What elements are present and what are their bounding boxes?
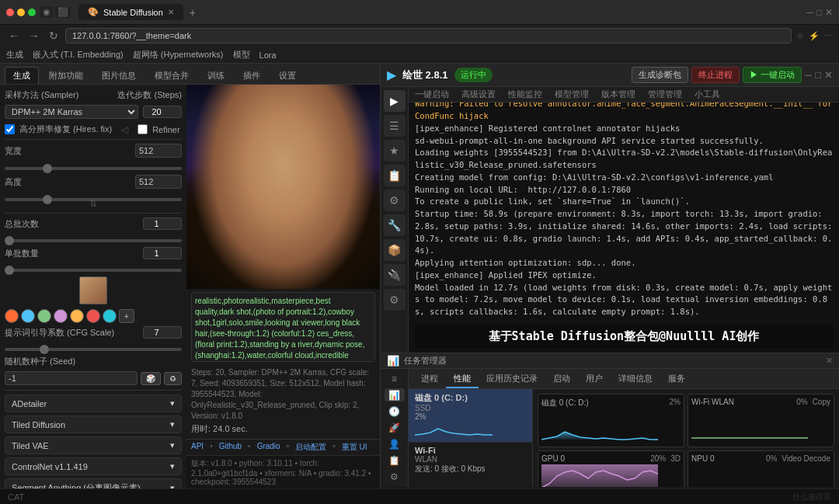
tm-tab-users[interactable]: 用户 xyxy=(578,370,611,388)
nav-advconfig[interactable]: 高级设置 xyxy=(461,89,496,100)
sidebar-icon-menu[interactable]: ☰ xyxy=(384,115,406,137)
sampler-select[interactable]: DPM++ 2M Karras xyxy=(5,105,138,119)
launcher-close-icon[interactable]: ✕ xyxy=(824,69,833,81)
diagnose-button[interactable]: 生成诊断包 xyxy=(632,67,688,83)
browser-menu-icon[interactable]: ⋯ xyxy=(824,31,833,41)
segment-header[interactable]: Segment Anything (分离图像元素) ▾ xyxy=(5,479,181,488)
tab-close-icon[interactable]: ✕ xyxy=(168,8,174,16)
color-dot-yellow[interactable] xyxy=(70,309,84,323)
tm-icon-7[interactable]: ⚙ xyxy=(385,471,405,484)
system-icon-1[interactable]: ◉ xyxy=(40,6,53,18)
system-icon-2[interactable]: ⬛ xyxy=(55,6,71,18)
batch-count-slider[interactable] xyxy=(5,239,182,242)
sidebar-icon-plugins[interactable]: 🔌 xyxy=(384,264,406,286)
menu-models[interactable]: 模型 xyxy=(233,49,250,61)
window-minimize-icon[interactable]: ─ xyxy=(806,7,813,18)
refresh-button[interactable]: ↻ xyxy=(47,30,61,42)
address-bar-input[interactable] xyxy=(65,28,792,43)
controlnet-header[interactable]: ControlNet v1.1.419 ▾ xyxy=(5,458,181,474)
nav-tools-2[interactable]: 小工具 xyxy=(695,89,720,100)
tm-tab-history[interactable]: 应用历史记录 xyxy=(479,370,545,388)
menu-lora[interactable]: Lora xyxy=(259,50,277,60)
tab-train[interactable]: 训练 xyxy=(199,67,233,84)
seed-random-button[interactable]: 🎲 xyxy=(141,372,161,385)
menu-embedding[interactable]: 嵌入式 (T.I. Embedding) xyxy=(33,49,124,61)
start-button[interactable]: ▶ 一键启动 xyxy=(743,67,802,83)
maximize-window-button[interactable] xyxy=(28,9,36,16)
cfg-input[interactable] xyxy=(143,326,182,339)
tm-tab-processes[interactable]: 进程 xyxy=(413,370,446,388)
color-dot-cyan[interactable] xyxy=(103,309,117,323)
api-link-resetui[interactable]: 重置 UI xyxy=(342,442,367,453)
nav-perfmonitor[interactable]: 性能监控 xyxy=(508,89,542,100)
color-dot-red[interactable] xyxy=(86,309,100,323)
height-input[interactable] xyxy=(135,175,182,189)
api-link-gradio[interactable]: Gradio xyxy=(257,442,280,453)
tiled-diffusion-header[interactable]: Tiled Diffusion ▾ xyxy=(5,416,181,433)
sidebar-icon-log[interactable]: 📋 xyxy=(384,165,406,186)
window-maximize-icon[interactable]: □ xyxy=(816,7,822,18)
tm-icon-5[interactable]: 👤 xyxy=(385,438,405,451)
new-tab-button[interactable]: + xyxy=(185,5,200,20)
sidebar-icon-settings[interactable]: ⚙ xyxy=(384,189,406,211)
batch-size-slider[interactable] xyxy=(5,269,182,272)
hires-checkbox[interactable] xyxy=(5,124,15,134)
seed-input[interactable] xyxy=(5,371,138,385)
forward-button[interactable]: → xyxy=(26,30,42,42)
tm-icon-2[interactable]: 📊 xyxy=(385,388,405,401)
tm-tab-services[interactable]: 服务 xyxy=(660,370,693,388)
sidebar-icon-star[interactable]: ★ xyxy=(384,140,406,162)
tm-icon-4[interactable]: 🚀 xyxy=(385,421,405,434)
sidebar-icon-tools[interactable]: 🔧 xyxy=(384,214,406,236)
tm-icon-6[interactable]: 📋 xyxy=(385,454,405,468)
console-output[interactable]: Use --skip-version-check commandline arg… xyxy=(409,103,839,353)
sidebar-icon-play[interactable]: ▶ xyxy=(384,90,406,112)
color-dot-purple[interactable] xyxy=(54,309,68,323)
browser-tab-sd[interactable]: 🎨 Stable Diffusion ✕ xyxy=(78,4,183,20)
bookmark-icon[interactable]: ☆ xyxy=(796,31,804,41)
tm-icon-1[interactable]: ≡ xyxy=(385,372,405,385)
prompt-textbox[interactable]: realistic,photorealistic,masterpiece,bes… xyxy=(191,292,375,362)
color-dot-blue[interactable] xyxy=(21,309,35,323)
color-dot-green[interactable] xyxy=(37,309,51,323)
nav-toolmgmt[interactable]: 管理管理 xyxy=(648,89,682,100)
tab-imginfo[interactable]: 图片信息 xyxy=(93,67,144,84)
back-button[interactable]: ← xyxy=(6,30,22,42)
sidebar-icon-config[interactable]: ⚙ xyxy=(384,289,406,311)
tm-icon-3[interactable]: 🕐 xyxy=(385,405,405,418)
tiled-vae-header[interactable]: Tiled VAE ▾ xyxy=(5,437,181,454)
tab-merge[interactable]: 模型合并 xyxy=(146,67,197,84)
menu-generate[interactable]: 生成 xyxy=(6,49,23,61)
width-slider[interactable] xyxy=(5,167,182,170)
tab-settings[interactable]: 设置 xyxy=(270,67,305,84)
batch-size-input[interactable] xyxy=(143,247,182,259)
nav-onetime[interactable]: 一键启动 xyxy=(415,89,449,100)
minimize-window-button[interactable] xyxy=(17,9,25,16)
api-link-api[interactable]: API xyxy=(191,442,204,453)
nav-versionmgmt[interactable]: 版本管理 xyxy=(601,89,635,100)
launcher-minimize-icon[interactable]: ─ xyxy=(805,69,812,81)
launcher-maximize-icon[interactable]: □ xyxy=(815,69,821,81)
batch-count-input[interactable] xyxy=(143,217,182,230)
tm-tab-perf[interactable]: 性能 xyxy=(446,370,479,388)
perf-item-wifi[interactable]: Wi-Fi WLAN 发送: 0 接收: 0 Kbps xyxy=(409,443,532,487)
tm-tab-startup[interactable]: 启动 xyxy=(545,370,578,388)
terminate-button[interactable]: 终止进程 xyxy=(691,67,740,83)
tab-extras[interactable]: 附加功能 xyxy=(40,67,92,84)
api-link-github[interactable]: Github xyxy=(219,442,242,453)
refiner-checkbox[interactable] xyxy=(138,124,148,134)
width-input[interactable] xyxy=(135,144,182,158)
tab-plugins[interactable]: 插件 xyxy=(235,67,269,84)
cfg-slider[interactable] xyxy=(5,348,182,351)
sidebar-icon-pkg[interactable]: 📦 xyxy=(384,239,406,261)
close-window-button[interactable] xyxy=(6,9,14,16)
steps-input[interactable] xyxy=(143,106,182,118)
adetailer-header[interactable]: ADetailer ▾ xyxy=(5,395,181,412)
seed-recycle-button[interactable]: ♻ xyxy=(164,372,182,385)
menu-hypernetworks[interactable]: 超网络 (Hypernetworks) xyxy=(133,49,224,61)
color-dot-orange[interactable] xyxy=(5,309,19,323)
add-color-button[interactable]: + xyxy=(119,309,134,323)
perf-item-disk[interactable]: 磁盘 0 (C: D:) SSD 2% xyxy=(409,389,532,443)
api-link-config[interactable]: 启动配置 xyxy=(295,442,326,453)
extensions-icon[interactable]: ⚡ xyxy=(809,31,820,41)
